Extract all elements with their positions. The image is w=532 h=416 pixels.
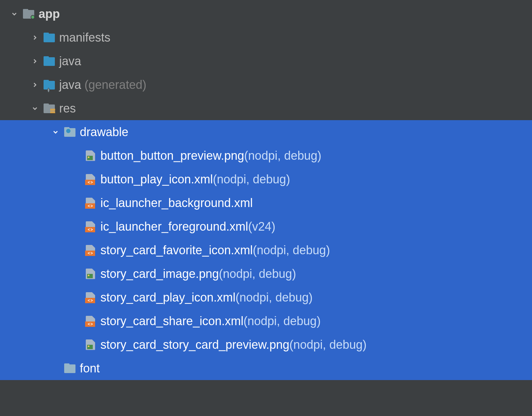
tree-item-suffix: (nodpi, debug) <box>289 338 366 352</box>
image-file-icon <box>84 339 96 351</box>
xml-file-icon: < > <box>84 221 96 233</box>
tree-item-drawable[interactable]: drawable <box>0 120 532 144</box>
tree-item-suffix: (v24) <box>248 220 275 234</box>
tree-item-res[interactable]: res <box>0 97 532 120</box>
module-folder-icon <box>23 8 35 20</box>
image-file-icon <box>84 268 96 280</box>
tree-item-suffix: (generated) <box>84 78 146 92</box>
tree-item-file[interactable]: < >button_play_icon.xml (nodpi, debug) <box>0 167 532 191</box>
folder-icon <box>64 362 76 374</box>
tree-item-label: story_card_image.png <box>100 267 219 281</box>
xml-file-icon: < > <box>84 292 96 304</box>
project-tree: app manifests java <box>0 0 532 380</box>
folder-icon <box>43 55 55 67</box>
tree-item-file[interactable]: < >story_card_share_icon.xml (nodpi, deb… <box>0 309 532 333</box>
chevron-down-icon[interactable] <box>9 9 19 19</box>
chevron-down-icon[interactable] <box>30 104 40 113</box>
tree-item-suffix: (nodpi, debug) <box>235 291 313 305</box>
tree-item-file[interactable]: < >story_card_play_icon.xml (nodpi, debu… <box>0 286 532 309</box>
tree-item-font[interactable]: font <box>0 356 532 380</box>
tree-item-label: button_button_preview.png <box>100 149 244 163</box>
tree-item-label: story_card_favorite_icon.xml <box>100 243 253 257</box>
xml-file-icon: < > <box>84 244 96 256</box>
image-file-icon <box>84 150 96 162</box>
chevron-right-icon[interactable] <box>30 33 40 43</box>
tree-item-java-generated[interactable]: java (generated) <box>0 73 532 97</box>
tree-item-manifests[interactable]: manifests <box>0 26 532 49</box>
tree-item-label: app <box>39 7 60 21</box>
xml-file-icon: < > <box>84 173 96 185</box>
tree-item-label: java <box>59 54 81 68</box>
tree-item-file[interactable]: < >story_card_favorite_icon.xml (nodpi, … <box>0 238 532 262</box>
chevron-right-icon[interactable] <box>30 56 40 66</box>
tree-item-java[interactable]: java <box>0 49 532 73</box>
tree-item-label: story_card_story_card_preview.png <box>100 338 289 352</box>
tree-item-label: drawable <box>80 125 128 139</box>
xml-file-icon: < > <box>84 315 96 327</box>
tree-item-suffix: (nodpi, debug) <box>244 149 321 163</box>
tree-item-file[interactable]: button_button_preview.png (nodpi, debug) <box>0 144 532 167</box>
folder-icon <box>43 32 55 44</box>
tree-item-suffix: (nodpi, debug) <box>213 172 290 186</box>
tree-item-suffix: (nodpi, debug) <box>243 314 321 328</box>
tree-item-label: font <box>80 361 100 375</box>
tree-item-label: story_card_share_icon.xml <box>100 314 243 328</box>
tree-item-file[interactable]: story_card_image.png (nodpi, debug) <box>0 262 532 286</box>
tree-item-file[interactable]: < >ic_launcher_background.xml <box>0 191 532 215</box>
tree-item-label: ic_launcher_foreground.xml <box>100 220 248 234</box>
tree-item-suffix: (nodpi, debug) <box>219 267 296 281</box>
tree-item-suffix: (nodpi, debug) <box>253 243 330 257</box>
generated-folder-icon <box>43 79 55 91</box>
tree-item-label: java <box>59 78 81 92</box>
tree-item-file[interactable]: < >ic_launcher_foreground.xml (v24) <box>0 215 532 238</box>
xml-file-icon: < > <box>84 197 96 209</box>
tree-item-label: res <box>59 102 76 115</box>
tree-item-label: button_play_icon.xml <box>100 172 213 186</box>
tree-item-label: story_card_play_icon.xml <box>100 291 235 305</box>
tree-item-app[interactable]: app <box>0 2 532 26</box>
drawable-files: button_button_preview.png (nodpi, debug)… <box>0 144 532 356</box>
drawable-folder-icon <box>64 126 76 138</box>
chevron-down-icon[interactable] <box>51 127 61 137</box>
tree-item-label: ic_launcher_background.xml <box>100 196 253 210</box>
tree-item-label: manifests <box>59 31 110 45</box>
tree-item-file[interactable]: story_card_story_card_preview.png (nodpi… <box>0 333 532 356</box>
resources-folder-icon <box>43 103 55 114</box>
chevron-right-icon[interactable] <box>30 80 40 90</box>
